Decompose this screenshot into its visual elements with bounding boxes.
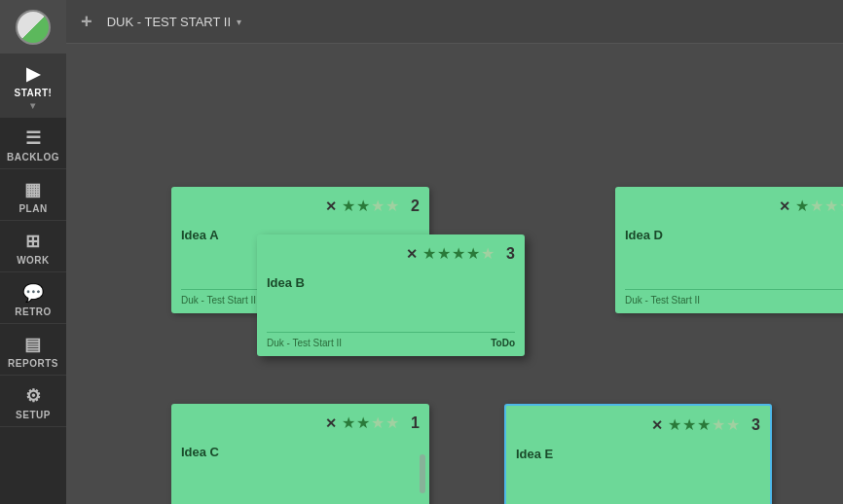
card-b-title: Idea B [267,270,515,295]
star-icon: ★ [795,197,809,215]
star-icon: ★ [682,415,696,434]
project-chevron-icon: ▾ [237,17,241,27]
sidebar-item-label: RETRO [15,306,52,317]
star-icon: ★ [481,244,495,263]
start-icon: ▶ [26,63,41,85]
card-b-count: 3 [499,245,515,263]
card-d-footer: Duk - Test Start II ToDo [625,289,843,306]
card-d-title: Idea D [625,223,843,247]
card-b-project: Duk - Test Start II [267,338,342,348]
card-c-close-icon[interactable]: ✕ [325,415,337,431]
sidebar-item-work[interactable]: ⊞ WORK [0,221,66,272]
card-c-count: 1 [404,414,420,432]
card-b-status: ToDo [491,338,515,348]
card-e-count: 3 [745,416,760,434]
star-icon: ★ [697,415,711,434]
card-b-footer: Duk - Test Start II ToDo [267,332,515,348]
star-icon: ★ [668,415,681,434]
sidebar-item-retro[interactable]: 💬 RETRO [0,272,66,324]
star-icon: ★ [825,197,838,215]
star-icon: ★ [466,244,480,263]
card-a-header: ✕ ★ ★ ★ ★ 2 [181,197,420,215]
card-b[interactable]: ✕ ★ ★ ★ ★ ★ 3 Idea B Duk - Test Start II… [257,234,525,356]
card-d[interactable]: ✕ ★ ★ ★ ★ 0 Idea D Duk - Test Start II T… [615,187,843,313]
card-a-stars: ★ ★ ★ ★ [342,197,399,215]
star-icon: ★ [726,415,740,434]
sidebar-item-label: SETUP [16,410,51,420]
sidebar-item-label: PLAN [18,203,47,214]
card-d-stars: ★ ★ ★ ★ [795,197,843,215]
setup-icon: ⚙ [25,385,42,407]
logo-icon [16,10,51,45]
sidebar-item-label: START! [15,88,53,98]
card-d-project: Duk - Test Start II [625,295,700,306]
card-c-stars: ★ ★ ★ ★ [342,414,399,432]
sidebar-item-reports[interactable]: ▤ REPORTS [0,324,66,376]
star-icon: ★ [385,197,399,215]
card-d-close-icon[interactable]: ✕ [779,198,790,214]
card-c[interactable]: ✕ ★ ★ ★ ★ 1 Idea C Duk - Test Start II T… [171,404,429,504]
star-icon: ★ [422,244,436,263]
star-icon: ★ [342,414,355,432]
retro-icon: 💬 [22,282,45,304]
card-c-title: Idea C [181,440,420,464]
star-icon: ★ [810,197,824,215]
card-b-stars: ★ ★ ★ ★ ★ [422,244,495,263]
card-d-header: ✕ ★ ★ ★ ★ 0 [625,197,843,215]
app-logo[interactable] [0,0,66,54]
star-icon: ★ [371,197,385,215]
start-arrow: ▾ [30,100,36,111]
card-e[interactable]: ✕ ★ ★ ★ ★ ★ 3 Idea E Duk - Test Start II… [504,404,772,504]
sidebar-item-label: REPORTS [8,358,58,369]
work-icon: ⊞ [25,231,41,252]
plan-icon: ▦ [24,179,42,200]
card-e-header: ✕ ★ ★ ★ ★ ★ 3 [516,415,760,434]
sidebar-item-setup[interactable]: ⚙ SETUP [0,376,66,427]
card-a-close-icon[interactable]: ✕ [325,198,337,214]
star-icon: ★ [371,414,385,432]
card-c-scrollbar[interactable] [420,454,425,493]
card-e-close-icon[interactable]: ✕ [651,417,663,433]
card-b-header: ✕ ★ ★ ★ ★ ★ 3 [267,244,515,263]
main-area: + DUK - TEST START II ▾ ✕ ★ ★ ★ ★ 2 [66,0,843,504]
sidebar-item-label: WORK [17,255,50,266]
star-icon: ★ [839,197,843,215]
star-icon: ★ [385,414,399,432]
card-a-project: Duk - Test Start II [181,295,256,306]
sidebar-item-label: BACKLOG [7,152,59,162]
card-e-title: Idea E [516,442,760,466]
backlog-icon: ☰ [25,127,42,149]
star-icon: ★ [437,244,451,263]
star-icon: ★ [712,415,725,434]
star-icon: ★ [356,414,370,432]
topbar: + DUK - TEST START II ▾ [66,0,843,44]
star-icon: ★ [356,197,370,215]
add-button[interactable]: + [81,11,92,33]
sidebar-item-backlog[interactable]: ☰ BACKLOG [0,118,66,169]
card-c-header: ✕ ★ ★ ★ ★ 1 [181,414,420,432]
star-icon: ★ [452,244,465,263]
sidebar: ▶ START! ▾ ☰ BACKLOG ▦ PLAN ⊞ WORK 💬 RET… [0,0,66,504]
canvas-area: ✕ ★ ★ ★ ★ 2 Idea A Duk - Test Start II [66,44,843,504]
project-title: DUK - TEST START II [107,15,231,29]
sidebar-item-plan[interactable]: ▦ PLAN [0,169,66,221]
reports-icon: ▤ [24,334,42,355]
card-e-stars: ★ ★ ★ ★ ★ [668,415,740,434]
sidebar-item-start[interactable]: ▶ START! ▾ [0,54,66,118]
card-b-close-icon[interactable]: ✕ [406,246,418,262]
project-selector[interactable]: DUK - TEST START II ▾ [107,15,241,29]
card-a-count: 2 [404,198,420,215]
star-icon: ★ [342,197,355,215]
